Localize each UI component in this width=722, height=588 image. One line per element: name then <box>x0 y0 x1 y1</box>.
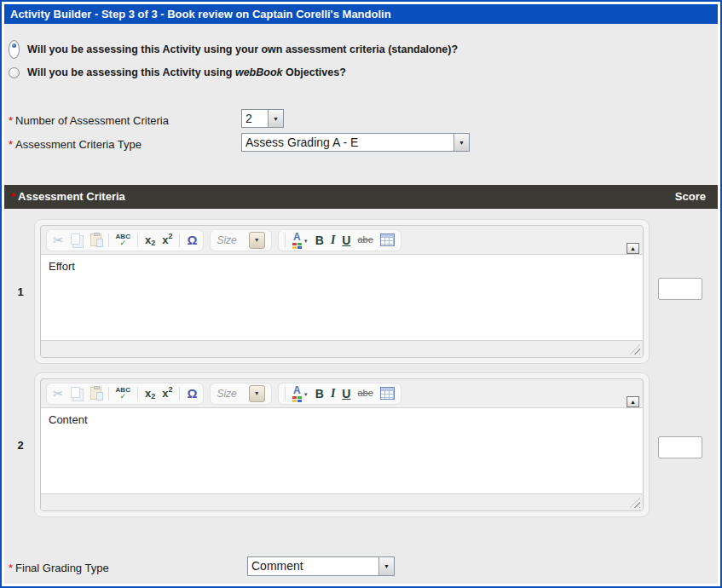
webbook-italic: webBook <box>235 66 283 78</box>
strikethrough-icon[interactable]: abe <box>357 235 373 245</box>
table-icon[interactable] <box>380 387 395 400</box>
cut-icon[interactable]: ✂ <box>53 233 64 246</box>
underline-icon[interactable]: U <box>342 234 350 246</box>
criterion-number: 2 <box>10 439 31 452</box>
score-column-header: Score <box>675 185 706 209</box>
criteria-type-select[interactable]: Assess Grading A - E ▼ <box>241 133 470 152</box>
font-size-label: Size <box>217 388 236 400</box>
text-color-icon[interactable]: A▼ <box>292 385 309 402</box>
toolbar-separator <box>137 233 138 247</box>
cut-icon[interactable]: ✂ <box>53 387 64 400</box>
toolbar-separator <box>285 387 286 401</box>
subscript-icon[interactable]: x2 <box>145 388 155 399</box>
score-input-2[interactable] <box>658 436 702 458</box>
toolbar-separator <box>285 233 286 247</box>
resize-handle-icon[interactable] <box>630 498 640 508</box>
copy-icon[interactable] <box>71 387 84 401</box>
final-grading-select[interactable]: Comment ▼ <box>247 556 395 576</box>
table-icon[interactable] <box>380 233 395 246</box>
radio-label: Will you be assessing this Activity usin… <box>27 43 458 55</box>
radio-button-selected-icon[interactable] <box>9 40 20 59</box>
radio-option-webbook-objectives[interactable]: Will you be assessing this Activity usin… <box>9 66 346 79</box>
editor-statusbar <box>41 341 643 357</box>
spellcheck-icon[interactable]: ABC✓ <box>116 387 130 401</box>
editor-toolbar: ✂ ABC✓ x2 x2 Ω Size ▼ A▼ B I U <box>41 226 643 254</box>
spellcheck-icon[interactable]: ABC✓ <box>116 233 130 247</box>
superscript-icon[interactable]: x2 <box>162 234 172 245</box>
paste-icon[interactable] <box>90 233 101 247</box>
radio-option-standalone[interactable]: Will you be assessing this Activity usin… <box>9 43 458 56</box>
italic-icon[interactable]: I <box>331 234 335 246</box>
num-criteria-value: 2 <box>242 110 268 127</box>
toolbar-group-format: A▼ B I U abe <box>278 229 401 251</box>
dropdown-arrow-icon[interactable]: ▼ <box>453 134 469 151</box>
underline-icon[interactable]: U <box>342 388 350 400</box>
page-title: Activity Builder - Step 3 of 3 - Book re… <box>10 8 391 20</box>
font-size-dropdown[interactable]: ▼ <box>249 232 265 249</box>
toolbar-group-clipboard: ✂ ABC✓ x2 x2 Ω <box>46 383 204 405</box>
special-character-icon[interactable]: Ω <box>187 387 197 400</box>
section-title: Assessment Criteria <box>18 185 125 209</box>
num-criteria-label: *Number of Assessment Criteria <box>9 114 169 127</box>
toolbar-group-clipboard: ✂ ABC✓ x2 x2 Ω <box>46 229 204 251</box>
copy-icon[interactable] <box>71 233 84 247</box>
num-criteria-select[interactable]: 2 ▼ <box>241 109 284 128</box>
dropdown-arrow-icon[interactable]: ▼ <box>268 110 283 127</box>
criterion-editor-1: ✂ ABC✓ x2 x2 Ω Size ▼ A▼ B I U <box>34 219 650 364</box>
toolbar-separator <box>108 233 109 247</box>
italic-icon[interactable]: I <box>331 388 335 400</box>
editor-statusbar <box>41 494 643 510</box>
final-grading-value: Comment <box>248 557 378 575</box>
subscript-icon[interactable]: x2 <box>145 234 155 245</box>
toolbar-separator <box>179 387 180 401</box>
special-character-icon[interactable]: Ω <box>187 233 197 246</box>
strikethrough-icon[interactable]: abe <box>357 389 373 398</box>
page-title-bar: Activity Builder - Step 3 of 3 - Book re… <box>4 4 718 24</box>
editor-content[interactable]: Content <box>41 407 643 494</box>
paste-icon[interactable] <box>90 387 101 401</box>
criteria-type-value: Assess Grading A - E <box>242 134 453 151</box>
criteria-type-label: *Assessment Criteria Type <box>9 138 142 151</box>
toolbar-separator <box>137 387 138 401</box>
radio-label: Will you be assessing this Activity usin… <box>27 66 346 78</box>
editor-toolbar: ✂ ABC✓ x2 x2 Ω Size ▼ A▼ B I U <box>41 379 643 407</box>
scroll-up-icon[interactable]: ▲ <box>627 243 639 254</box>
bold-icon[interactable]: B <box>315 234 324 246</box>
criterion-number: 1 <box>10 285 31 298</box>
final-grading-label: *Final Grading Type <box>9 562 109 574</box>
toolbar-separator <box>179 233 180 247</box>
score-input-1[interactable] <box>658 278 702 300</box>
radio-button-icon[interactable] <box>9 67 20 78</box>
dropdown-arrow-icon[interactable]: ▼ <box>378 557 394 575</box>
resize-handle-icon[interactable] <box>630 344 640 355</box>
toolbar-separator <box>108 387 109 401</box>
bold-icon[interactable]: B <box>315 388 324 400</box>
chevron-down-icon: ▼ <box>303 392 309 397</box>
chevron-down-icon: ▼ <box>303 239 309 244</box>
criterion-editor-2: ✂ ABC✓ x2 x2 Ω Size ▼ A▼ B I U <box>34 372 650 517</box>
text-color-icon[interactable]: A▼ <box>292 232 309 249</box>
font-size-label: Size <box>217 234 236 246</box>
editor-content[interactable]: Effort <box>41 254 643 341</box>
rich-text-editor: ✂ ABC✓ x2 x2 Ω Size ▼ A▼ B I U <box>40 378 644 511</box>
rich-text-editor: ✂ ABC✓ x2 x2 Ω Size ▼ A▼ B I U <box>40 225 644 358</box>
superscript-icon[interactable]: x2 <box>162 388 172 399</box>
toolbar-group-format: A▼ B I U abe <box>278 383 401 405</box>
toolbar-group-size: Size ▼ <box>210 229 271 251</box>
font-size-dropdown[interactable]: ▼ <box>249 385 265 402</box>
toolbar-group-size: Size ▼ <box>210 383 271 405</box>
assessment-criteria-header-bar: * Assessment Criteria Score <box>4 185 718 209</box>
scroll-up-icon[interactable]: ▲ <box>627 396 639 407</box>
